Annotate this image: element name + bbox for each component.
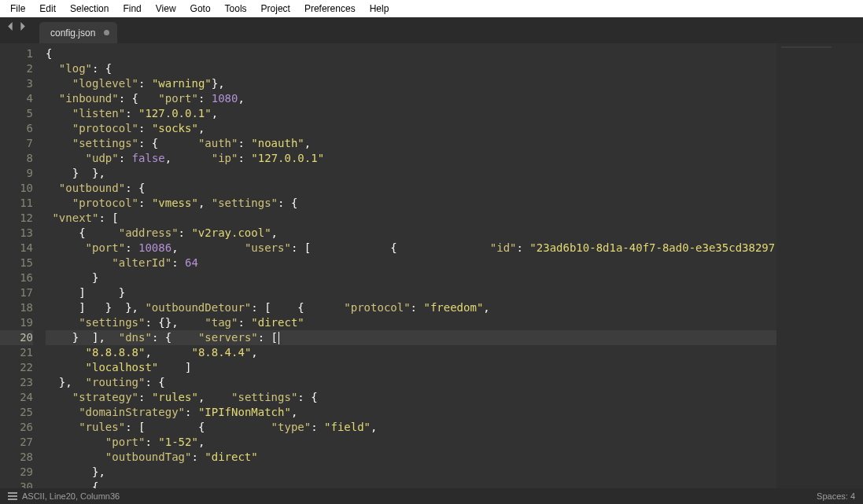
code-line[interactable]: "udp": false, "ip": "127.0.0.1" (46, 151, 776, 166)
status-indent[interactable]: Spaces: 4 (817, 491, 855, 501)
code-line[interactable]: { (46, 46, 776, 61)
minimap[interactable] (776, 43, 863, 488)
code-line[interactable]: "log": { (46, 61, 776, 76)
menu-preferences[interactable]: Preferences (297, 2, 363, 16)
menu-help[interactable]: Help (363, 2, 396, 16)
code-line[interactable]: { (46, 480, 776, 488)
menu-icon[interactable] (8, 492, 17, 500)
code-line[interactable]: "port": 10086, "users": [ { "id": "23ad6… (46, 241, 776, 256)
code-line[interactable]: "listen": "127.0.0.1", (46, 106, 776, 121)
status-line-label: Line (50, 491, 66, 501)
code-line[interactable]: "settings": { "auth": "noauth", (46, 136, 776, 151)
code-line[interactable]: "outbound": { (46, 181, 776, 196)
menu-bar: FileEditSelectionFindViewGotoToolsProjec… (0, 0, 863, 17)
code-line[interactable]: "vnext": [ (46, 211, 776, 226)
menu-find[interactable]: Find (116, 2, 148, 16)
nav-forward-icon[interactable] (18, 22, 27, 31)
code-area[interactable]: { "log": { "loglevel": "warning"}, "inbo… (39, 43, 776, 488)
code-line[interactable]: "outboundTag": "direct" (46, 450, 776, 465)
svg-rect-2 (8, 498, 17, 500)
code-line[interactable]: } (46, 270, 776, 285)
code-line[interactable]: "domainStrategy": "IPIfNonMatch", (46, 405, 776, 420)
minimap-preview (781, 46, 832, 485)
code-line[interactable]: "protocol": "vmess", "settings": { (46, 196, 776, 211)
tab-dirty-indicator (104, 30, 109, 35)
menu-project[interactable]: Project (254, 2, 297, 16)
code-line[interactable]: "settings": {}, "tag": "direct" (46, 315, 776, 330)
menu-tools[interactable]: Tools (218, 2, 254, 16)
code-line[interactable]: ] } (46, 285, 776, 300)
svg-rect-1 (8, 495, 17, 497)
code-line[interactable]: } }, (46, 166, 776, 181)
text-caret (278, 332, 279, 344)
status-line[interactable]: 20 (66, 491, 76, 501)
nav-back-icon[interactable] (6, 22, 15, 31)
status-bar: ASCII , Line 20 , Column 36 Spaces: 4 (0, 488, 863, 504)
code-line[interactable]: "port": "1-52", (46, 435, 776, 450)
svg-rect-0 (8, 492, 17, 494)
code-line[interactable]: }, (46, 465, 776, 480)
tab-title: config.json (50, 28, 95, 39)
code-line[interactable]: { "address": "v2ray.cool", (46, 226, 776, 241)
nav-arrows (0, 13, 35, 43)
menu-edit[interactable]: Edit (32, 2, 63, 16)
line-gutter: 1234567891011121314151617181920212223242… (0, 43, 39, 488)
code-line[interactable]: "8.8.8.8", "8.8.4.4", (46, 345, 776, 360)
code-line[interactable]: "localhost" ] (46, 360, 776, 375)
menu-goto[interactable]: Goto (183, 2, 218, 16)
menu-view[interactable]: View (149, 2, 183, 16)
code-line[interactable]: }, "routing": { (46, 375, 776, 390)
code-line[interactable]: "inbound": { "port": 1080, (46, 91, 776, 106)
tab-config-json[interactable]: config.json (39, 22, 117, 43)
menu-selection[interactable]: Selection (63, 2, 116, 16)
code-line[interactable]: } ], "dns": { "servers": [ (46, 330, 776, 345)
editor: 1234567891011121314151617181920212223242… (0, 43, 863, 488)
code-line[interactable]: "strategy": "rules", "settings": { (46, 390, 776, 405)
status-col-label: , Column (76, 491, 110, 501)
status-col[interactable]: 36 (110, 491, 120, 501)
tab-strip: config.json (0, 17, 863, 43)
code-line[interactable]: "protocol": "socks", (46, 121, 776, 136)
code-line[interactable]: "rules": [ { "type": "field", (46, 420, 776, 435)
code-line[interactable]: "alterId": 64 (46, 256, 776, 270)
status-encoding[interactable]: ASCII (22, 491, 45, 501)
code-line[interactable]: "loglevel": "warning"}, (46, 76, 776, 91)
code-line[interactable]: ] } }, "outboundDetour": [ { "protocol":… (46, 300, 776, 315)
